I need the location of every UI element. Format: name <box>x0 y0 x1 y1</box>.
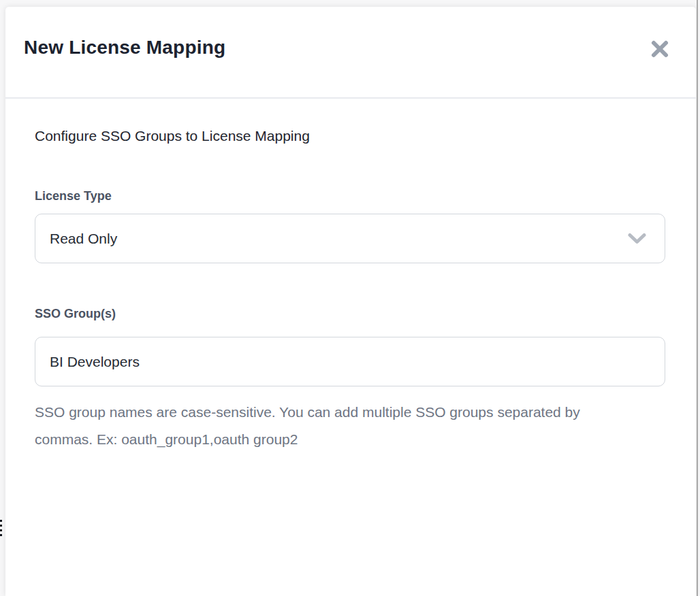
spacer <box>35 263 667 307</box>
sso-groups-help-text: SSO group names are case-sensitive. You … <box>35 399 634 453</box>
chevron-down-icon <box>628 233 646 244</box>
dialog-header: New License Mapping <box>5 7 696 99</box>
close-button[interactable] <box>646 35 673 63</box>
license-type-field: License Type Read Only <box>35 189 667 263</box>
dialog-title: New License Mapping <box>24 37 225 59</box>
dialog-description: Configure SSO Groups to License Mapping <box>35 128 667 144</box>
license-type-selected-value: Read Only <box>50 231 117 247</box>
dialog-body: Configure SSO Groups to License Mapping … <box>5 99 696 453</box>
new-license-mapping-dialog: New License Mapping Configure SSO Groups… <box>5 7 696 596</box>
license-type-select[interactable]: Read Only <box>35 214 665 263</box>
close-icon <box>650 39 669 59</box>
license-type-label: License Type <box>35 189 667 203</box>
background-page-clipped-content <box>0 520 2 539</box>
sso-groups-label: SSO Group(s) <box>35 307 667 321</box>
sso-groups-input[interactable] <box>35 337 665 386</box>
window-edge-line <box>697 0 698 596</box>
sso-groups-field: SSO Group(s) SSO group names are case-se… <box>35 307 667 453</box>
